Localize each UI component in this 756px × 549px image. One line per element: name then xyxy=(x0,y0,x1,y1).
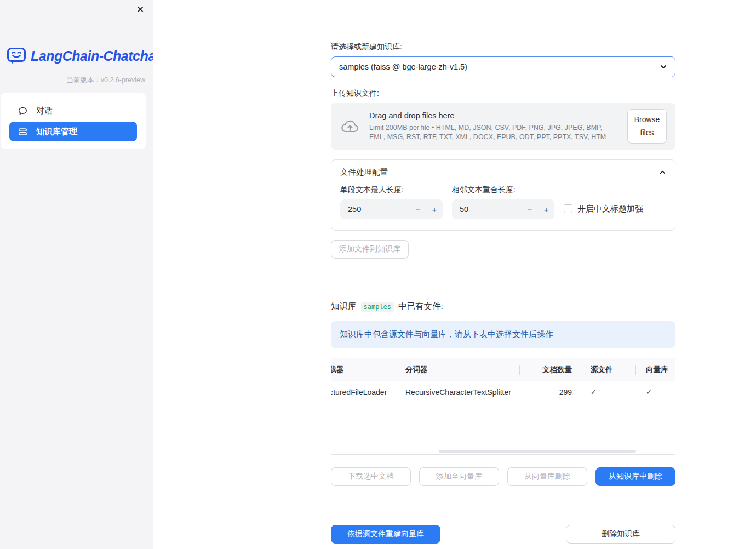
chat-smiley-logo-icon xyxy=(7,47,26,65)
delete-from-vector-store-button[interactable]: 从向量库删除 xyxy=(507,467,587,486)
upload-label: 上传知识文件: xyxy=(331,89,675,99)
close-sidebar-icon[interactable]: ✕ xyxy=(134,3,147,16)
dropzone-limit-text: Limit 200MB per file • HTML, MD, JSON, C… xyxy=(369,123,618,141)
info-alert: 知识库中包含源文件与向量库，请从下表中选择文件后操作 xyxy=(331,321,675,348)
files-table-header: 文档加载器 分词器 文档数量 源文件 向量库 xyxy=(331,358,675,381)
zh-title-enhance-checkbox-row[interactable]: 开启中文标题加强 xyxy=(564,204,643,214)
version-label: 当前版本： xyxy=(66,76,101,84)
chunk-size-label: 单段文本最大长度: xyxy=(340,185,443,195)
file-dropzone[interactable]: Drag and drop files here Limit 200MB per… xyxy=(331,103,675,150)
kb-select[interactable]: samples (faiss @ bge-large-zh-v1.5) xyxy=(331,56,675,77)
kb-files-prefix: 知识库 xyxy=(331,301,357,312)
chunk-size-group: 单段文本最大长度: − + xyxy=(340,185,443,219)
kb-select-value: samples (faiss @ bge-large-zh-v1.5) xyxy=(339,62,467,71)
cell-source-file-check[interactable]: ✓ xyxy=(580,381,636,403)
sidebar-item-label: 知识库管理 xyxy=(36,127,77,137)
chunk-size-input[interactable] xyxy=(340,205,410,214)
column-header-loader[interactable]: 文档加载器 xyxy=(331,358,396,381)
zh-title-enhance-group: 开启中文标题加强 xyxy=(564,185,666,219)
column-header-splitter[interactable]: 分词器 xyxy=(396,358,520,381)
table-row[interactable]: UnstructuredFileLoader RecursiveCharacte… xyxy=(331,381,675,403)
cell-loader[interactable]: UnstructuredFileLoader xyxy=(331,381,396,403)
divider xyxy=(331,282,675,282)
kb-footer-actions: 依据源文件重建向量库 删除知识库 xyxy=(331,525,675,544)
overlap-size-input[interactable] xyxy=(452,205,522,214)
checkbox-unchecked-icon[interactable] xyxy=(564,204,572,213)
chevron-down-icon xyxy=(660,63,667,71)
overlap-size-label: 相邻文本重合长度: xyxy=(452,185,554,195)
dropzone-title: Drag and drop files here xyxy=(369,111,618,120)
chunk-size-stepper: − + xyxy=(340,199,443,219)
cell-vector-store-check[interactable]: ✓ xyxy=(636,381,675,403)
collection-icon xyxy=(18,127,27,136)
overlap-size-group: 相邻文本重合长度: − + xyxy=(452,185,554,219)
file-actions: 下载选中文档 添加至向量库 从向量库删除 从知识库中删除 xyxy=(331,467,675,486)
chunk-size-decrement-button[interactable]: − xyxy=(410,199,426,219)
files-table-inner: 文档加载器 分词器 文档数量 源文件 向量库 UnstructuredFileL… xyxy=(331,358,675,403)
cloud-upload-icon xyxy=(340,117,360,136)
sidebar-item-dialogue[interactable]: 对话 xyxy=(9,101,137,121)
chat-bubble-icon xyxy=(18,106,27,116)
file-config-body: 单段文本最大长度: − + 相邻文本重合长度: − + xyxy=(331,183,675,230)
kb-files-heading: 知识库 samples 中已有文件: xyxy=(331,301,675,312)
column-header-source-file[interactable]: 源文件 xyxy=(580,358,636,381)
kb-name-chip: samples xyxy=(361,302,394,312)
rebuild-vector-store-button[interactable]: 依据源文件重建向量库 xyxy=(331,525,440,544)
file-config-expander-header[interactable]: 文件处理配置 xyxy=(331,160,675,183)
download-selected-button[interactable]: 下载选中文档 xyxy=(331,467,411,486)
browse-files-button[interactable]: Browse files xyxy=(627,109,667,143)
main-area: 请选择或新建知识库: samples (faiss @ bge-large-zh… xyxy=(153,0,756,549)
chevron-up-icon xyxy=(659,169,666,176)
app-logo: LangChain-Chatchat xyxy=(7,47,159,65)
add-files-to-kb-button[interactable]: 添加文件到知识库 xyxy=(331,240,409,259)
app-title: LangChain-Chatchat xyxy=(31,48,159,64)
divider xyxy=(331,506,675,506)
file-config-title: 文件处理配置 xyxy=(340,167,388,178)
kb-select-label: 请选择或新建知识库: xyxy=(331,42,675,52)
delete-from-kb-button[interactable]: 从知识库中删除 xyxy=(595,467,675,486)
cell-splitter[interactable]: RecursiveCharacterTextSplitter xyxy=(396,381,520,403)
sidebar: ✕ LangChain-Chatchat 当前版本：v0.2.6-preview… xyxy=(0,0,153,549)
dropzone-texts: Drag and drop files here Limit 200MB per… xyxy=(369,111,618,141)
sidebar-item-knowledge-base[interactable]: 知识库管理 xyxy=(9,122,137,141)
zh-title-enhance-label: 开启中文标题加强 xyxy=(577,204,643,214)
delete-kb-button[interactable]: 删除知识库 xyxy=(566,525,675,544)
overlap-size-decrement-button[interactable]: − xyxy=(522,199,538,219)
overlap-size-stepper: − + xyxy=(452,199,554,219)
add-to-vector-store-button[interactable]: 添加至向量库 xyxy=(419,467,499,486)
chunk-size-increment-button[interactable]: + xyxy=(426,199,443,219)
cell-doc-count[interactable]: 299 xyxy=(520,381,580,403)
files-table[interactable]: 文档加载器 分词器 文档数量 源文件 向量库 UnstructuredFileL… xyxy=(331,358,675,455)
sidebar-item-label: 对话 xyxy=(36,106,53,116)
file-config-expander: 文件处理配置 单段文本最大长度: − + 相邻文本重合长度: xyxy=(331,159,675,231)
column-header-doc-count[interactable]: 文档数量 xyxy=(520,358,580,381)
kb-files-suffix: 中已有文件: xyxy=(398,301,443,312)
version-value: v0.2.6-preview xyxy=(101,76,145,84)
sidebar-nav: 对话 知识库管理 xyxy=(1,93,146,149)
column-header-vector-store[interactable]: 向量库 xyxy=(636,358,675,381)
overlap-size-increment-button[interactable]: + xyxy=(538,199,554,219)
table-horizontal-scrollbar[interactable] xyxy=(439,450,636,453)
version-text: 当前版本：v0.2.6-preview xyxy=(66,76,145,85)
